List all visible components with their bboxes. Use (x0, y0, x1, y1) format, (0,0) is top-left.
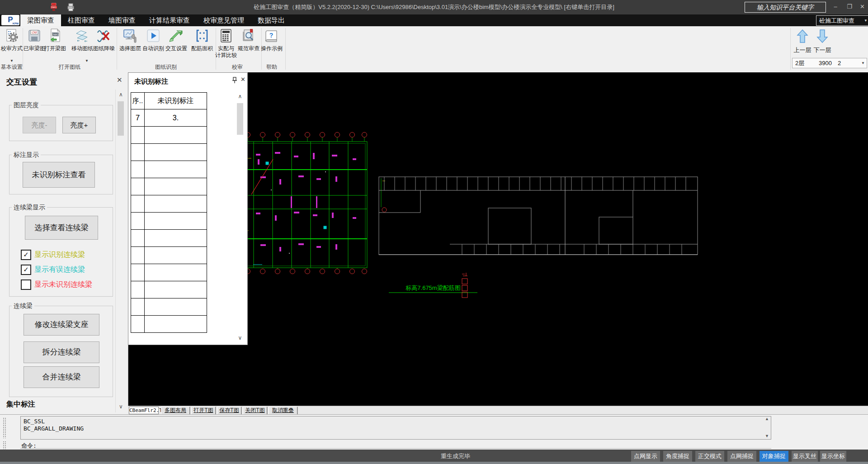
table-row[interactable]: 7 3. (131, 109, 207, 127)
multi-layout-button[interactable]: 多图布局 (161, 407, 190, 415)
panel-scrollbar[interactable]: ∧ ∨ (115, 90, 126, 412)
tab-review-opinion[interactable]: 校审意见管理 (197, 14, 251, 26)
toggle-grid-display[interactable]: 点网显示 (631, 451, 660, 462)
ribbon-group-basic-settings: 基本设置 (0, 63, 24, 71)
ribbon-button-code-review[interactable]: 规范审查 (236, 28, 261, 52)
scroll-up-icon[interactable]: ∧ (116, 91, 126, 98)
tab-column-review[interactable]: 柱图审查 (61, 14, 102, 26)
help-book-icon: ? (264, 28, 279, 44)
maximize-button[interactable]: ❐ (843, 0, 856, 14)
green-plan (231, 142, 381, 268)
toggle-angle-snap[interactable]: 角度捕捉 (663, 451, 692, 462)
review-mode-dropdown-caret[interactable]: ▼ (10, 59, 14, 63)
cell-value[interactable]: 3. (145, 109, 207, 127)
ribbon-button-open-beam[interactable]: DWG 打开梁图 (42, 28, 68, 52)
group-label: 连续梁 (12, 302, 34, 310)
drawing-tab-strip: CBeamFlr2.T 多图布局 打开T图 保存T图 关闭T图 取消重叠 (128, 406, 868, 415)
toggle-crosshair[interactable]: 显示叉丝 (792, 451, 818, 462)
minimize-button[interactable]: – (829, 0, 842, 14)
command-history-line: BC_ARGALL_DRAWING (24, 425, 768, 432)
table-row (131, 195, 207, 213)
ribbon-button-review-mode[interactable]: 校审方式 (0, 28, 24, 52)
ribbon-divider (117, 28, 117, 70)
dwg-open-icon: DWG (47, 28, 63, 44)
scroll-thumb[interactable] (237, 103, 243, 135)
modify-beam-support-button[interactable]: 修改连续梁支座 (24, 314, 99, 336)
ribbon-group-open-sheet: 打开图纸 (47, 63, 92, 71)
drag-handle[interactable] (3, 441, 6, 449)
svg-text:标高7.675m梁配筋图: 标高7.675m梁配筋图 (406, 284, 460, 291)
ribbon-group-review: 校审 (224, 63, 251, 71)
open-tdrawing-button[interactable]: 打开T图 (191, 407, 216, 415)
window-title: 砼施工图审查（精简版）V5.2.2(2020-12-30) C:\Users\9… (0, 0, 868, 14)
cancel-overlap-button[interactable]: 取消重叠 (269, 407, 297, 415)
ribbon-group-sheet-recognition: 图纸识别 (143, 63, 189, 71)
scroll-down-icon[interactable]: ▼ (765, 434, 769, 438)
tab-beam-review[interactable]: 梁图审查 (20, 14, 61, 26)
toggle-ortho-mode[interactable]: 正交模式 (695, 451, 724, 462)
pin-icon[interactable] (232, 76, 237, 84)
command-scrollbar[interactable]: ▲ ▼ (764, 417, 771, 439)
scroll-up-icon[interactable]: ▲ (765, 417, 769, 421)
file-tab[interactable]: CBeamFlr2.T (129, 407, 159, 414)
floor-select[interactable]: 2层 3900 2 ▼ (792, 58, 867, 68)
scroll-down-icon[interactable]: ∨ (234, 335, 246, 341)
save-tdrawing-button[interactable]: 保存T图 (217, 407, 241, 415)
ribbon-button-interactive-settings[interactable]: 交互设置 (164, 28, 189, 52)
ribbon-button-select-layer[interactable]: 选择图层 (118, 28, 143, 52)
floor-down-label[interactable]: 下一层 (812, 46, 832, 54)
table-row (131, 298, 207, 316)
table-row (131, 264, 207, 281)
cell-seq[interactable]: 7 (131, 109, 145, 127)
scroll-thumb[interactable] (118, 101, 124, 136)
close-button[interactable]: ✕ (857, 0, 868, 14)
ribbon-button-rebar-area[interactable]: 配筋面积 (189, 28, 215, 52)
checkbox-label[interactable]: 显示未识别连续梁 (34, 280, 92, 289)
floor-down-button[interactable] (815, 29, 830, 44)
drag-handle[interactable] (3, 417, 6, 438)
command-prompt[interactable]: 命令: (21, 442, 37, 450)
checkbox-label[interactable]: 显示识别连续梁 (34, 250, 85, 260)
olive-marks (237, 149, 385, 259)
toggle-object-snap[interactable]: 对象捕捉 (760, 451, 788, 462)
table-row (131, 161, 207, 178)
open-sheet-dropdown-caret[interactable]: ▼ (85, 59, 89, 63)
table-row (131, 281, 207, 298)
command-input-line[interactable] (20, 448, 771, 449)
checkbox-show-unrecognized[interactable] (21, 279, 31, 290)
unrecognized-annotation-panel: 未识别标注 ✕ 序.. 未识别标注 7 3. (128, 72, 248, 345)
profile-select[interactable]: 砼施工图审查 ▼ (816, 15, 868, 26)
pkpm-logo[interactable]: P KPM (1, 15, 19, 25)
toggle-coordinates[interactable]: 显示坐标 (820, 451, 846, 462)
close-icon[interactable]: ✕ (241, 76, 245, 83)
menu-tabs: 梁图审查 柱图审查 墙图审查 计算结果审查 校审意见管理 数据导出 (20, 14, 292, 26)
close-tdrawing-button[interactable]: 关闭T图 (243, 407, 267, 415)
table-scrollbar[interactable]: ∧ ∨ (234, 92, 246, 343)
brightness-plus-button[interactable]: 亮度+ (62, 117, 96, 133)
gray-wing (379, 177, 698, 255)
checkbox-show-erroneous[interactable]: ✓ (21, 265, 31, 275)
ribbon-button-denoise[interactable]: 图纸降噪 (91, 28, 117, 52)
tab-wall-review[interactable]: 墙图审查 (102, 14, 142, 26)
ribbon-button-auto-recognize[interactable]: 自动识别 (141, 28, 166, 52)
select-view-beam-button[interactable]: 选择查看连续梁 (25, 216, 98, 240)
floor-up-label[interactable]: 上一层 (793, 46, 812, 54)
floor-up-button[interactable] (795, 29, 810, 44)
brightness-minus-button[interactable]: 亮度- (23, 117, 56, 133)
command-history[interactable]: BC_SSL BC_ARGALL_DRAWING (20, 416, 771, 440)
scroll-up-icon[interactable]: ∧ (234, 93, 246, 99)
tab-data-export[interactable]: 数据导出 (251, 14, 292, 26)
tab-calc-result-review[interactable]: 计算结果审查 (142, 14, 197, 26)
scroll-down-icon[interactable]: ∨ (116, 403, 126, 410)
checkbox-label[interactable]: 显示有误连续梁 (34, 265, 85, 275)
book-magnifier-icon (241, 28, 256, 44)
toggle-grid-snap[interactable]: 点网捕捉 (727, 451, 756, 462)
ribbon-button-compare-calc[interactable]: 实配与 计算比较 (213, 28, 239, 59)
close-icon[interactable]: ✕ (117, 76, 123, 84)
ribbon-button-examples[interactable]: ? 操作示例 (259, 28, 284, 52)
knowledge-search-input[interactable]: 输入知识平台关键字 (745, 2, 826, 13)
merge-beam-button[interactable]: 合并连续梁 (24, 366, 99, 388)
view-unrecognized-button[interactable]: 未识别标注查看 (23, 162, 95, 188)
checkbox-show-recognized[interactable]: ✓ (21, 250, 31, 260)
split-beam-button[interactable]: 拆分连续梁 (24, 341, 99, 363)
